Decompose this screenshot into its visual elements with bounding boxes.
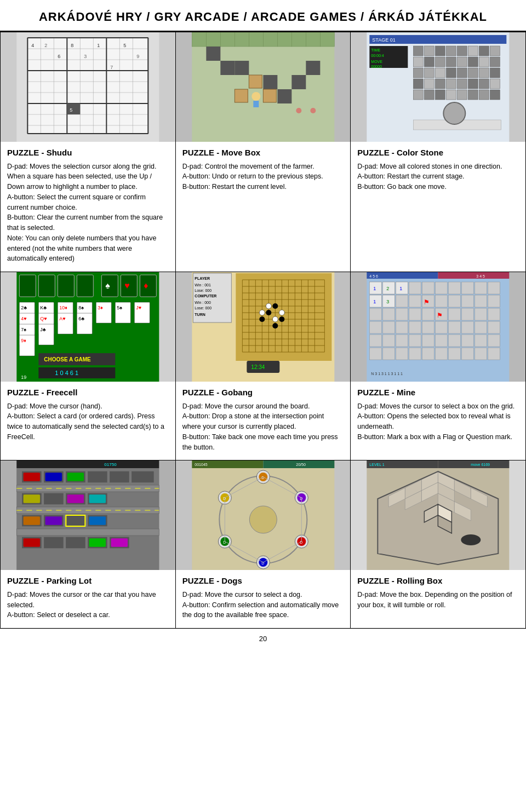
svg-rect-223 [396,295,408,307]
svg-rect-259 [475,335,487,347]
svg-text:8♠: 8♠ [78,305,84,310]
svg-rect-59 [249,75,262,88]
svg-rect-220 [488,282,500,294]
svg-rect-93 [447,68,456,78]
svg-rect-238 [462,308,474,320]
svg-rect-44 [220,32,235,47]
svg-text:♥: ♥ [124,281,130,290]
svg-rect-311 [66,515,85,526]
svg-text:N 3 1 3 1 1 3 1 1 1: N 3 1 3 1 1 3 1 1 1 [371,372,403,376]
svg-rect-250 [488,321,500,333]
svg-rect-249 [475,321,487,333]
svg-text:12:34: 12:34 [251,364,265,370]
svg-rect-90 [414,68,424,78]
svg-rect-217 [449,282,461,294]
svg-text:10♦: 10♦ [59,305,67,310]
svg-text:9♦: 9♦ [21,338,26,343]
game-desc-mine: D-pad: Moves the cursor to select a box … [357,401,519,442]
svg-rect-301 [23,494,40,503]
svg-rect-89 [490,57,500,67]
svg-rect-262 [383,348,395,360]
svg-rect-306 [16,529,159,535]
svg-rect-47 [263,32,277,47]
svg-rect-117 [19,275,36,297]
svg-rect-294 [23,473,40,481]
svg-rect-270 [488,348,500,360]
svg-rect-319 [66,537,85,548]
game-title-shudu: PUZZLE - Shudu [7,147,169,158]
svg-text:9: 9 [136,54,139,59]
svg-text:LEVEL 1: LEVEL 1 [370,463,385,467]
svg-rect-50 [306,32,320,47]
svg-rect-94 [458,68,467,78]
svg-rect-119 [58,275,74,297]
svg-text:2: 2 [44,43,47,48]
svg-text:Q♥: Q♥ [40,316,47,321]
svg-rect-77 [447,46,456,56]
svg-rect-109 [447,90,456,100]
svg-rect-242 [383,321,395,333]
svg-text:1: 1 [97,43,100,48]
game-text-colorstone: PUZZLE - Color Stone D-pad: Move all col… [351,142,525,272]
svg-rect-230 [488,295,500,307]
svg-rect-235 [422,308,434,320]
svg-rect-292 [110,471,129,482]
svg-rect-243 [396,321,408,333]
svg-rect-102 [458,79,467,89]
svg-rect-258 [462,335,474,347]
svg-rect-75 [425,46,434,56]
svg-rect-57 [291,75,306,89]
game-cell-parkinglot: 01750 [1,460,176,629]
svg-rect-118 [38,275,55,297]
svg-point-198 [259,316,265,322]
svg-text:20/50: 20/50 [296,463,306,467]
svg-rect-244 [409,321,421,333]
svg-point-201 [259,310,265,315]
game-image-parkinglot: 01750 [1,460,175,570]
svg-rect-83 [425,57,434,67]
svg-rect-313 [23,516,40,525]
svg-rect-88 [479,57,489,67]
svg-point-202 [279,310,284,315]
svg-rect-60 [263,89,276,102]
svg-text:1: 1 [374,299,376,304]
svg-text:6: 6 [58,54,60,59]
game-cell-movebox: PUZZLE - Move Box D-pad: Control the mov… [176,32,351,272]
svg-rect-52 [206,47,220,61]
svg-rect-209 [438,272,510,279]
svg-rect-229 [475,295,487,307]
svg-rect-97 [490,68,500,78]
svg-rect-53 [220,61,235,75]
svg-rect-293 [132,471,153,482]
svg-text:2: 2 [387,286,390,291]
game-cell-mine: 4 5 6 3 4 5 [351,272,526,460]
svg-rect-86 [458,57,467,67]
svg-rect-92 [436,68,445,78]
svg-rect-219 [475,282,487,294]
svg-rect-214 [409,282,421,294]
svg-text:4♥: 4♥ [21,316,26,321]
game-image-gobang: PLAYER Win : 001 Lose: 000 COMPUTER Win … [176,272,351,382]
svg-text:1 0 4 6 1: 1 0 4 6 1 [55,370,78,376]
game-text-shudu: PUZZLE - Shudu D-pad: Moves the selectio… [1,142,175,272]
svg-rect-80 [479,46,489,56]
game-image-movebox [176,32,351,142]
svg-text:COMPUTER: COMPUTER [195,294,216,298]
game-cell-colorstone: STAGE 01 TIME 00:00:4 MOVE 00000 [351,32,526,272]
svg-text:Win : 000: Win : 000 [195,301,211,304]
svg-rect-245 [422,321,434,333]
svg-rect-232 [383,308,395,320]
game-desc-rollingbox: D-pad: Move the box. Depending on the po… [357,590,519,611]
svg-rect-91 [425,68,434,78]
svg-text:J♣: J♣ [40,327,46,332]
svg-rect-104 [479,79,489,89]
svg-rect-266 [436,348,448,360]
svg-text:5: 5 [70,107,72,113]
svg-rect-247 [449,321,461,333]
svg-rect-113 [490,90,500,100]
svg-rect-253 [396,335,408,347]
svg-rect-48 [277,32,291,47]
svg-text:3: 3 [387,299,390,304]
svg-text:J♥: J♥ [136,305,141,310]
svg-rect-302 [67,494,84,503]
